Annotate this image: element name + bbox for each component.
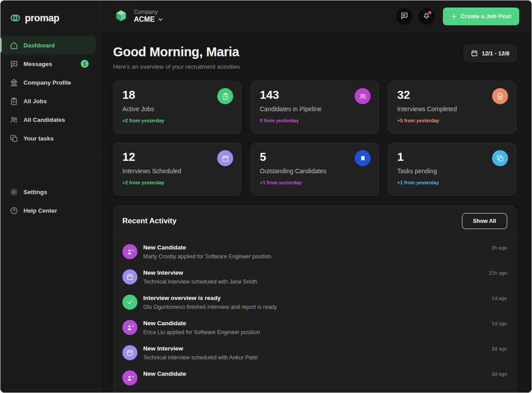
building-icon	[9, 78, 18, 87]
page-title: Good Morning, Maria	[113, 45, 242, 59]
activity-item-time: 3d ago	[492, 370, 507, 377]
brand-name: promap	[25, 12, 59, 24]
sidebar-item-label: All Candidates	[23, 117, 65, 123]
activity-header: Recent Activity Show All	[113, 206, 516, 237]
person-add-icon	[122, 244, 137, 259]
stat-card-tasks-pending: 1 Tasks pending +1 from yesterday	[388, 143, 516, 196]
stat-value: 32	[397, 88, 507, 102]
stat-delta: +2 from yesterday	[122, 118, 232, 123]
activity-item-title: New Candidate	[143, 370, 486, 377]
create-job-post-button[interactable]: Create a Job Post	[443, 8, 519, 25]
stat-value: 18	[122, 88, 232, 102]
brand-logo: promap	[0, 0, 101, 36]
sidebar-item-label: Dashboard	[23, 42, 55, 49]
sidebar-item-messages[interactable]: Messages 1	[0, 55, 96, 73]
show-all-button[interactable]: Show All	[462, 213, 507, 229]
home-icon	[9, 41, 18, 50]
stat-card-interviews-completed: 32 Interviews Completed +5 from yesterda…	[388, 81, 516, 134]
activity-item[interactable]: New Candidate Erica Liu applied for Soft…	[113, 315, 516, 340]
activity-item-time: 2d ago	[492, 345, 507, 351]
topbar: Company ACME	[102, 0, 532, 32]
stat-delta: +1 from yesterday	[260, 180, 370, 185]
stat-label: Interviews Completed	[397, 105, 507, 113]
sidebar-item-company-profile[interactable]: Company Profile	[0, 74, 96, 91]
stat-card-outstanding-candidates: 5 Outstanding Candidates +1 from yesterd…	[250, 143, 379, 196]
sidebar-item-all-jobs[interactable]: All Jobs	[0, 92, 96, 110]
copy-icon	[492, 150, 508, 166]
activity-item-time: 2h ago	[492, 244, 507, 250]
activity-item-title: Interview overview is ready	[143, 295, 486, 301]
document-icon	[492, 88, 508, 104]
stat-value: 12	[122, 150, 232, 164]
sidebar-footer: Settings Help Center	[0, 183, 101, 219]
sidebar-nav: Dashboard Messages 1 Company Profile Al	[0, 36, 101, 147]
activity-list: New Candidate Marty Crosby applied for S…	[113, 237, 516, 393]
chat-icon	[400, 12, 408, 21]
activity-item[interactable]: New Interview Technical interview schedu…	[113, 340, 516, 366]
person-add-icon	[122, 370, 137, 385]
people-icon	[9, 115, 18, 124]
stat-label: Outstanding Candidates	[260, 167, 370, 175]
stat-value: 1	[397, 150, 507, 164]
people-icon	[355, 88, 371, 104]
bookmark-icon	[355, 150, 371, 166]
sidebar-item-label: Company Profile	[23, 79, 71, 86]
sidebar-item-label: Your tasks	[23, 135, 54, 142]
stat-label: Active Jobs	[122, 105, 232, 113]
sidebar-item-all-candidates[interactable]: All Candidates	[0, 111, 96, 128]
activity-item-description: Technical interview scheduled with Jane …	[143, 279, 483, 285]
messages-button[interactable]	[396, 8, 413, 25]
stat-delta: 0 from yesterday	[260, 118, 370, 123]
company-name: ACME	[134, 16, 155, 23]
calendar-icon	[471, 50, 478, 57]
clipboard-icon	[9, 97, 18, 105]
company-label: Company	[134, 9, 164, 15]
activity-item-title: New Interview	[143, 269, 483, 276]
sidebar-item-settings[interactable]: Settings	[0, 183, 96, 201]
company-switcher[interactable]: Company ACME	[113, 8, 164, 24]
activity-item[interactable]: New Interview Technical interview schedu…	[113, 265, 516, 290]
activity-item[interactable]: New Candidate Marty Crosby applied for S…	[113, 239, 516, 265]
stat-card-candidates-pipeline: 143 Candidates in Pipeline 0 from yester…	[250, 81, 379, 134]
sidebar-item-your-tasks[interactable]: Your tasks	[0, 129, 96, 147]
promap-logo-icon	[9, 12, 21, 24]
recent-activity-panel: Recent Activity Show All New Candidate M…	[113, 206, 516, 393]
chevron-down-icon	[157, 16, 164, 23]
activity-item[interactable]: Interview overview is ready Olu Oguntome…	[113, 290, 516, 315]
help-icon	[9, 206, 18, 215]
calendar-icon	[122, 345, 137, 360]
company-cube-icon	[113, 8, 129, 24]
sidebar-item-label: All Jobs	[23, 98, 47, 105]
stats-grid: 18 Active Jobs +2 from yesterday 143 Can…	[113, 81, 516, 196]
page-subtitle: Here's an overview of your recruitment a…	[113, 63, 242, 70]
notifications-button[interactable]	[418, 8, 435, 25]
stat-delta: +2 from yesterday	[122, 180, 232, 185]
stat-label: Candidates in Pipeline	[260, 105, 370, 113]
stat-label: Tasks pending	[397, 167, 507, 175]
company-meta: Company ACME	[134, 9, 164, 23]
app-root: promap Dashboard Messages 1 Company	[0, 0, 532, 393]
activity-item[interactable]: New Candidate 3d ago	[113, 366, 516, 390]
sidebar-item-help-center[interactable]: Help Center	[0, 202, 96, 219]
topbar-actions: Create a Job Post	[396, 8, 519, 25]
sidebar-item-dashboard[interactable]: Dashboard	[0, 36, 96, 54]
activity-title: Recent Activity	[122, 217, 176, 226]
chat-icon	[9, 59, 18, 68]
sidebar-item-label: Messages	[23, 61, 52, 67]
calendar-icon	[217, 150, 233, 166]
stat-card-interviews-scheduled: 12 Interviews Scheduled +2 from yesterda…	[113, 143, 242, 196]
main-area: Company ACME	[102, 0, 532, 393]
stat-label: Interviews Scheduled	[122, 167, 232, 175]
activity-item-description: Technical interview scheduled with Ankur…	[143, 354, 486, 361]
person-add-icon	[122, 320, 137, 335]
activity-item-title: New Candidate	[143, 244, 486, 251]
date-range-value: 12/1 - 12/8	[482, 50, 509, 57]
plus-icon	[451, 13, 457, 19]
activity-item-title: New Interview	[143, 345, 486, 352]
create-button-label: Create a Job Post	[461, 13, 511, 19]
activity-item-time: 1d ago	[492, 295, 507, 301]
date-range-picker[interactable]: 12/1 - 12/8	[464, 45, 516, 62]
clipboard-icon	[217, 88, 233, 104]
messages-badge: 1	[81, 60, 89, 68]
page-head: Good Morning, Maria Here's an overview o…	[113, 45, 516, 70]
